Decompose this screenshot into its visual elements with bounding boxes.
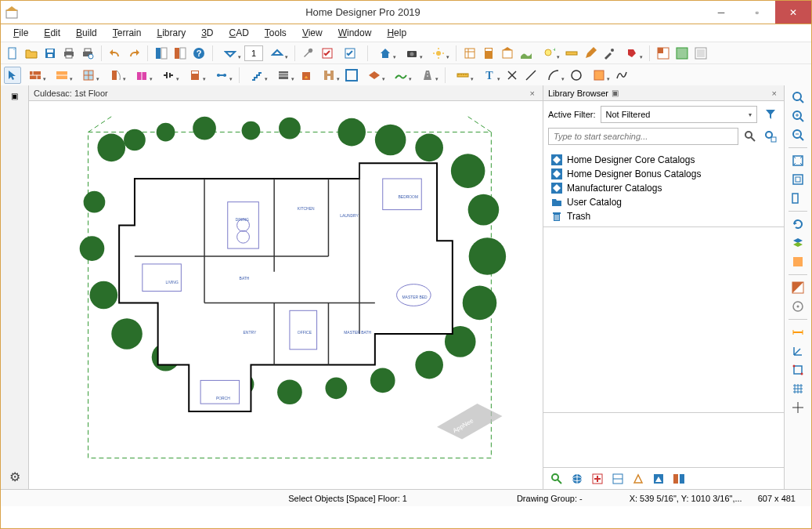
select-arrow-icon[interactable] bbox=[4, 67, 21, 84]
sun-icon[interactable]: ▾ bbox=[426, 45, 451, 62]
open-file-icon[interactable] bbox=[23, 45, 40, 62]
filter-funnel-icon[interactable] bbox=[762, 106, 779, 123]
appliance-tool-icon[interactable]: ▾ bbox=[182, 67, 208, 84]
refresh-icon[interactable] bbox=[789, 216, 807, 233]
zoom-in-icon[interactable] bbox=[789, 107, 807, 125]
floor-plan-canvas[interactable]: LIVING DINING KITCHEN LAUNDRY BEDROOM OF… bbox=[29, 101, 543, 489]
view-mode-2-icon[interactable] bbox=[673, 45, 691, 62]
spline-tool-icon[interactable] bbox=[613, 67, 630, 84]
menu-file[interactable]: File bbox=[7, 26, 34, 40]
ruler-icon[interactable] bbox=[563, 45, 580, 62]
wall-tool-icon[interactable]: ▾ bbox=[23, 67, 48, 84]
menu-view[interactable]: View bbox=[296, 26, 329, 40]
dock-pin-icon[interactable]: ▣ bbox=[6, 87, 23, 104]
crosshair-icon[interactable] bbox=[789, 399, 807, 416]
elevation-icon[interactable] bbox=[499, 45, 516, 62]
color-toggle-icon[interactable] bbox=[789, 253, 807, 270]
menu-cad[interactable]: CAD bbox=[223, 26, 255, 40]
close-button[interactable]: ✕ bbox=[775, 1, 811, 24]
redo-icon[interactable] bbox=[125, 45, 143, 62]
snap-angle-icon[interactable] bbox=[789, 342, 807, 360]
tree-item-user[interactable]: User Catalog bbox=[551, 195, 776, 209]
trim-tool-icon[interactable] bbox=[343, 67, 360, 84]
down-floor-icon[interactable]: ▾ bbox=[218, 45, 243, 62]
circle-tool-icon[interactable] bbox=[568, 67, 585, 84]
roof-tool-icon[interactable]: ▾ bbox=[271, 67, 296, 84]
reference-display-icon[interactable] bbox=[789, 279, 807, 296]
library-browser-icon[interactable] bbox=[153, 45, 170, 62]
new-file-icon[interactable] bbox=[4, 45, 21, 62]
calculator-icon[interactable] bbox=[480, 45, 497, 62]
eyedropper-icon[interactable] bbox=[601, 45, 618, 62]
menu-help[interactable]: Help bbox=[381, 26, 413, 40]
panel-close-icon[interactable]: × bbox=[770, 89, 779, 98]
document-tab-close-icon[interactable]: × bbox=[527, 89, 538, 98]
print-preview-icon[interactable] bbox=[79, 45, 96, 62]
checklist-icon[interactable] bbox=[319, 45, 336, 62]
print-icon[interactable] bbox=[60, 45, 78, 62]
fixture-tool-icon[interactable]: ▾ bbox=[209, 67, 234, 84]
search-icon[interactable] bbox=[742, 128, 759, 145]
terrain-tool-icon[interactable]: ▾ bbox=[388, 67, 413, 84]
fill-extents-icon[interactable] bbox=[789, 171, 807, 188]
menu-build[interactable]: Build bbox=[70, 26, 103, 40]
save-icon[interactable] bbox=[42, 45, 59, 62]
lib-view-4-icon[interactable] bbox=[670, 470, 687, 487]
snap-grid-icon[interactable] bbox=[789, 380, 807, 397]
help-icon[interactable]: ? bbox=[190, 45, 208, 62]
wrench-icon[interactable] bbox=[300, 45, 317, 62]
settings-gear-icon[interactable]: ⚙ bbox=[9, 469, 20, 484]
lib-search-icon[interactable] bbox=[548, 470, 565, 487]
tree-item-manufacturer[interactable]: Manufacturer Catalogs bbox=[551, 181, 776, 195]
fill-window-icon[interactable] bbox=[789, 152, 807, 169]
road-tool-icon[interactable]: ▾ bbox=[415, 67, 440, 84]
menu-3d[interactable]: 3D bbox=[195, 26, 219, 40]
materials-list-icon[interactable] bbox=[461, 45, 478, 62]
up-floor-icon[interactable]: ▾ bbox=[265, 45, 290, 62]
tree-item-core[interactable]: Home Designer Core Catalogs bbox=[551, 153, 776, 167]
panel-pin-icon[interactable]: ▣ bbox=[612, 89, 619, 97]
tree-item-bonus[interactable]: Home Designer Bonus Catalogs bbox=[551, 167, 776, 181]
paint-icon[interactable]: ▾ bbox=[619, 45, 644, 62]
current-floor-field[interactable]: 1 bbox=[244, 45, 263, 61]
minimize-button[interactable]: ─ bbox=[703, 1, 739, 24]
pencil-icon[interactable] bbox=[582, 45, 599, 62]
menu-window[interactable]: Window bbox=[332, 26, 378, 40]
view-mode-3-icon[interactable] bbox=[692, 45, 709, 62]
zoom-out-icon[interactable] bbox=[789, 126, 807, 143]
arc-tool-icon[interactable]: ▾ bbox=[541, 67, 566, 84]
lib-add-icon[interactable] bbox=[589, 470, 606, 487]
framing-tool-icon[interactable]: ▾ bbox=[316, 67, 341, 84]
undo-icon[interactable] bbox=[106, 45, 124, 62]
text-tool-icon[interactable]: T▾ bbox=[477, 67, 502, 84]
menu-terrain[interactable]: Terrain bbox=[106, 26, 148, 40]
door-tool-icon[interactable]: ▾ bbox=[103, 67, 128, 84]
pan-left-icon[interactable] bbox=[789, 190, 807, 207]
view-mode-1-icon[interactable] bbox=[655, 45, 672, 62]
fireplace-tool-icon[interactable] bbox=[298, 67, 315, 84]
maximize-button[interactable]: ▫ bbox=[739, 1, 775, 24]
lib-view-3-icon[interactable] bbox=[650, 470, 667, 487]
terrain-build-icon[interactable] bbox=[518, 45, 535, 62]
home-view-icon[interactable]: ▾ bbox=[373, 45, 398, 62]
filter-dropdown[interactable]: Not Filtered▾ bbox=[601, 106, 757, 123]
arc-centers-icon[interactable] bbox=[789, 298, 807, 315]
menu-tools[interactable]: Tools bbox=[258, 26, 293, 40]
tree-item-trash[interactable]: Trash bbox=[551, 209, 776, 223]
menu-library[interactable]: Library bbox=[150, 26, 192, 40]
project-browser-icon[interactable] bbox=[171, 45, 189, 62]
point-marker-icon[interactable] bbox=[503, 67, 521, 84]
stair-tool-icon[interactable]: ▾ bbox=[244, 67, 269, 84]
light-add-icon[interactable]: +▾ bbox=[536, 45, 561, 62]
library-search-input[interactable] bbox=[548, 128, 738, 145]
lib-view-2-icon[interactable] bbox=[630, 470, 647, 487]
zoom-fit-icon[interactable] bbox=[789, 89, 807, 106]
tape-measure-icon[interactable]: ▾ bbox=[450, 67, 475, 84]
temp-dim-icon[interactable] bbox=[789, 324, 807, 341]
options-icon[interactable] bbox=[337, 45, 363, 62]
snap-object-icon[interactable] bbox=[789, 361, 807, 379]
lib-globe-icon[interactable] bbox=[568, 470, 586, 487]
search-options-icon[interactable] bbox=[762, 128, 779, 145]
camera-icon[interactable]: ▾ bbox=[399, 45, 424, 62]
menu-edit[interactable]: Edit bbox=[38, 26, 67, 40]
